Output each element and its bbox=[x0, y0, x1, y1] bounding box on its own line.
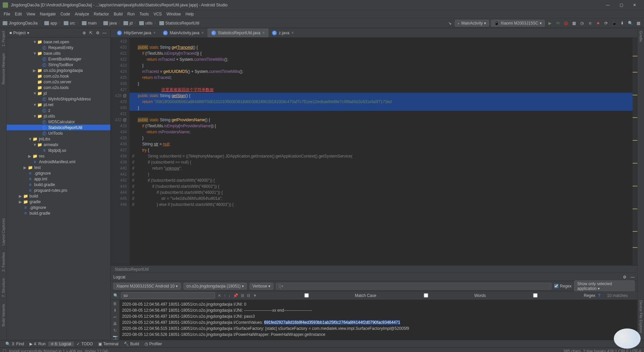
device-dropdown[interactable]: 📱Xiaomi M2003J15SC▾ bbox=[491, 20, 545, 27]
select-opened-icon[interactable]: ⊕ bbox=[81, 31, 88, 35]
run-tab[interactable]: ▶ 4: Run bbox=[27, 342, 48, 346]
menu-refactor[interactable]: Refactor bbox=[92, 12, 111, 16]
build-variants-tab[interactable]: Build Variants bbox=[1, 304, 5, 326]
stop-icon[interactable]: ■ bbox=[595, 20, 601, 26]
menu-window[interactable]: Window bbox=[164, 12, 183, 16]
favorites-tab[interactable]: 2: Favorites bbox=[1, 252, 5, 271]
menu-edit[interactable]: Edit bbox=[12, 12, 24, 16]
tree-item[interactable]: ▼📁jd bbox=[7, 90, 110, 96]
tree-item[interactable]: ▶📁gradle bbox=[7, 199, 110, 205]
tree-item[interactable]: ⒸUrlTools bbox=[7, 130, 110, 136]
menu-run[interactable]: Run bbox=[125, 12, 137, 16]
logcat-level-dropdown[interactable]: Verbose ▾ bbox=[250, 283, 273, 290]
close-button[interactable]: ✕ bbox=[628, 0, 641, 10]
profile-icon[interactable]: ◷ bbox=[579, 20, 585, 26]
back-icon[interactable]: ↘ bbox=[447, 20, 453, 26]
avd-icon[interactable]: 📱 bbox=[611, 20, 617, 26]
gradle-tab[interactable]: Gradle bbox=[639, 31, 643, 42]
editor[interactable]: 419420421422423424425426427428 @42943043… bbox=[111, 38, 637, 265]
menu-build[interactable]: Build bbox=[111, 12, 125, 16]
tab-HttpServer.java[interactable]: CHttpServer.java× bbox=[113, 29, 159, 37]
run-config-dropdown[interactable]: ▸MainActivity▾ bbox=[455, 20, 489, 27]
tree-item[interactable]: 📁com.o2o.hook bbox=[7, 73, 110, 79]
next-icon[interactable]: ↓ bbox=[228, 293, 230, 298]
settings-icon[interactable]: ▦ bbox=[635, 20, 641, 26]
tree-item[interactable]: ≡.gitignore bbox=[7, 205, 110, 210]
tree-item[interactable]: 📁com.o2o.tools bbox=[7, 85, 110, 90]
prev-icon[interactable]: ↑ bbox=[224, 293, 226, 298]
tree-item[interactable]: Ⓒz bbox=[7, 107, 110, 113]
sel2-icon[interactable]: ⊟ bbox=[247, 293, 250, 298]
logcat-hide-icon[interactable]: — bbox=[631, 275, 635, 279]
breadcrumb[interactable]: JingdongDaoJia〉app〉src〉main〉java〉jd〉util… bbox=[3, 20, 199, 26]
layout-captures-tab[interactable]: Layout Captures bbox=[1, 218, 5, 246]
minimize-button[interactable]: — bbox=[601, 0, 614, 10]
tree-item[interactable]: ⒸEventBusManager bbox=[7, 56, 110, 62]
run-icon[interactable]: ▶ bbox=[547, 20, 553, 26]
apply-icon[interactable]: ⟲ bbox=[555, 20, 561, 26]
tree-item[interactable]: ▼📁jd.net bbox=[7, 102, 110, 107]
tree-item[interactable]: ≡proguard-rules.pro bbox=[7, 187, 110, 193]
tree-item[interactable]: ⒸStringToolBox bbox=[7, 62, 110, 68]
logcat-device-dropdown[interactable]: Xiaomi M2003J15SC Android 10 ▾ bbox=[113, 283, 181, 290]
trash-icon[interactable]: 🗑 bbox=[112, 301, 118, 306]
tree-item[interactable]: ≡build.gradle bbox=[7, 210, 110, 216]
scroll-end-icon[interactable]: ⬇ bbox=[112, 308, 118, 313]
tree-item[interactable]: ⒸMyInfoShippingAddress bbox=[7, 96, 110, 102]
tree-item[interactable]: ▼📁jd.utils bbox=[7, 113, 110, 119]
todo-tab[interactable]: ✓ TODO bbox=[74, 342, 95, 346]
tree-item[interactable]: ≡AndroidManifest.xml bbox=[7, 159, 110, 165]
profiler-tab[interactable]: ◷ Profiler bbox=[142, 342, 165, 346]
logcat-settings-icon[interactable]: ⚙ bbox=[623, 275, 627, 279]
terminal-tab[interactable]: ▣ Terminal bbox=[96, 342, 121, 346]
sync-icon[interactable]: ⟳ bbox=[603, 20, 609, 26]
resource-manager-tab[interactable]: Resource Manager bbox=[1, 53, 5, 85]
logcat-output[interactable]: 2020-08-05 12:04:56.497 18051-18051/cn.o… bbox=[119, 300, 637, 340]
tab-StatisticsReportUtil.java[interactable]: CStatisticsReportUtil.java× bbox=[208, 29, 269, 37]
menu-tools[interactable]: Tools bbox=[137, 12, 151, 16]
tree-item[interactable]: ▶📁build bbox=[7, 193, 110, 199]
menu-navigate[interactable]: Navigate bbox=[38, 12, 58, 16]
print-icon[interactable]: 🖶 bbox=[112, 321, 118, 326]
device-file-explorer-tab[interactable]: Device File Explorer bbox=[639, 300, 643, 333]
tree-item[interactable]: ▼📁armeabi bbox=[7, 142, 110, 147]
tree-item[interactable]: ≡app.iml bbox=[7, 176, 110, 182]
regex-checkbox[interactable]: Regex bbox=[554, 284, 572, 289]
menu-file[interactable]: File bbox=[1, 12, 12, 16]
debug-icon[interactable]: 🐞 bbox=[563, 20, 569, 26]
logcat-filter-input[interactable] bbox=[276, 283, 551, 290]
tree-item[interactable]: ⒸRequestEntity bbox=[7, 45, 110, 50]
project-tab[interactable]: 1: Project bbox=[1, 31, 5, 46]
project-tree[interactable]: ▼📁base.net.openⒸRequestEntity▼📁base.util… bbox=[7, 38, 110, 340]
screenshot-icon[interactable]: 📷 bbox=[112, 335, 118, 340]
logcat-process-dropdown[interactable]: cn.o2o.jingdongdaojia (18051) ▾ bbox=[183, 283, 247, 290]
logcat-tab[interactable]: ≡ 6: Logcat bbox=[48, 342, 74, 346]
tree-item[interactable]: ≡libjdpdj.so bbox=[7, 147, 110, 153]
editor-breadcrumb[interactable]: StatisticsReportUtil bbox=[111, 265, 637, 273]
tree-item[interactable]: ▶📁test bbox=[7, 165, 110, 170]
build-tab[interactable]: 🔨 Build bbox=[121, 342, 142, 346]
find-tab[interactable]: 🔍 3: Find bbox=[3, 342, 27, 346]
wrap-icon[interactable]: ↩ bbox=[112, 315, 118, 319]
menu-code[interactable]: Code bbox=[58, 12, 72, 16]
structure-tab[interactable]: 7: Structure bbox=[1, 278, 5, 297]
code-area[interactable]: public static String getTranceid() { if … bbox=[129, 38, 633, 265]
pin-icon[interactable]: 📌 bbox=[233, 293, 238, 298]
menu-view[interactable]: View bbox=[24, 12, 38, 16]
menu-vcs[interactable]: VCS bbox=[151, 12, 164, 16]
restart-icon[interactable]: ↻ bbox=[112, 328, 118, 333]
project-label[interactable]: Project bbox=[13, 31, 25, 35]
tree-item[interactable]: ⒸStatisticsReportUtil bbox=[7, 125, 110, 130]
settings-icon[interactable]: ⚙ bbox=[94, 31, 101, 35]
collapse-icon[interactable]: ⇱ bbox=[88, 31, 94, 35]
search-icon[interactable]: 🔍 bbox=[627, 20, 633, 26]
logcat-search-input[interactable] bbox=[121, 292, 215, 299]
sdk-icon[interactable]: ⬇ bbox=[619, 20, 625, 26]
hide-icon[interactable]: — bbox=[101, 31, 108, 35]
tree-item[interactable]: 📁com.o2o.server bbox=[7, 79, 110, 85]
tab-MainActivity.java[interactable]: CMainActivity.java× bbox=[159, 29, 208, 37]
logcat-filter-dropdown[interactable]: Show only selected application ▾ bbox=[574, 280, 635, 292]
tab-z.java[interactable]: Cz.java× bbox=[268, 29, 297, 37]
funnel-icon[interactable]: ▼ bbox=[253, 293, 257, 298]
attach-icon[interactable]: ⎋ bbox=[587, 20, 593, 26]
